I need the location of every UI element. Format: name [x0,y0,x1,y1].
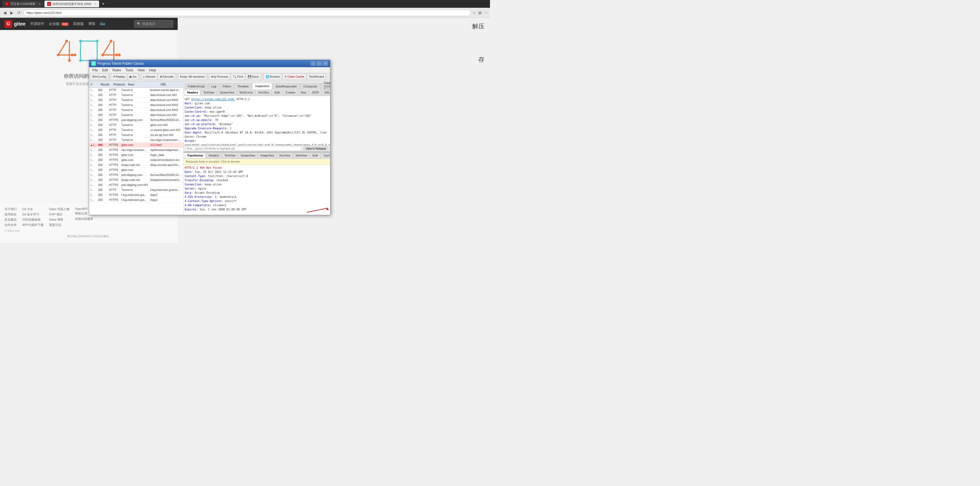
tab-orchestra[interactable]: Fiddler Orchestra Beta [321,83,330,89]
close-button[interactable]: ✕ [323,61,328,66]
session-row[interactable]: 1... 200 HTTP Tunnel to data.hicloud.com… [89,98,183,103]
tab-autoresponder[interactable]: AutoResponder [273,83,300,89]
footer-about[interactable]: 关于我们 [5,207,17,211]
menu-help[interactable]: Help [147,68,159,73]
tab-filters[interactable]: Filters [220,83,234,89]
resp-subtab-transformer[interactable]: Transformer [185,153,206,159]
req-subtab-xml[interactable]: XML [322,90,330,95]
decode-button[interactable]: ⊞ Decode [158,73,175,80]
footer-clone[interactable]: 代码克隆检测 [22,218,44,222]
url-input[interactable]: https://gitee.com/123.html [23,10,471,16]
gitee-logo[interactable]: G gitee [5,20,25,28]
footer-terms[interactable]: 使用条款 [5,212,17,216]
session-row[interactable]: 1... 200 HTTPS pub.idqqimg.com:443 [89,183,183,187]
browser-tab-gitee[interactable]: G 你所访问的页面不存在 (404) ✕ [45,0,99,7]
req-subtab-textview[interactable]: TextView [201,90,217,95]
new-tab-button[interactable]: + [102,1,105,7]
resp-subtab-auth[interactable]: Auth [310,153,321,159]
find-input[interactable] [185,146,302,151]
session-row[interactable]: 1... 200 HTTP Tunnel to f-log-extension.… [89,187,183,193]
minimize-button[interactable]: — [311,61,316,66]
nav-blog[interactable]: 博客 [88,21,95,26]
resp-subtab-headers[interactable]: Headers [206,153,221,159]
session-row[interactable]: 1... 200 HTTPS gitee.com /login_state [89,152,183,158]
csdn-tab-close[interactable]: ✕ [38,3,41,6]
menu-view[interactable]: View [135,68,147,73]
menu-edit[interactable]: Edit [100,68,110,73]
session-row[interactable]: 1... 502 HTTP Tunnel to browser.events.d… [89,88,183,93]
session-row[interactable]: 1... 200 HTTPS nav-edge.smartscr... /api… [89,148,183,152]
view-in-notepad-button[interactable]: View in Notepad [303,146,328,151]
footer-git[interactable]: Git 大全 [22,207,44,211]
winconfig-button[interactable]: WinConfig [90,73,108,80]
footer-gvp[interactable]: GVP 项目 [49,212,69,216]
session-row[interactable]: 1... 200 HTTP Tunnel to data.hicloud.com… [89,108,183,113]
session-row[interactable]: 1... 200 HTTP Tunnel to data.hicloud.com… [89,93,183,98]
req-subtab-syntaxview[interactable]: SyntaxView [217,90,237,95]
resp-subtab-syntaxview[interactable]: SyntaxView [238,153,258,159]
req-subtab-auth[interactable]: Auth [272,90,283,95]
browser-tab-csdn[interactable]: C 写文章-CSDN博客 ✕ [2,0,43,7]
tab-timeline[interactable]: Timeline [234,83,252,89]
request-url[interactable]: https://gitee.com/123.html [191,98,235,101]
nav-go[interactable]: Go [100,22,105,26]
nav-university[interactable]: 高校版 [73,21,84,26]
nav-opensource[interactable]: 开源软件 [30,21,45,26]
forward-button[interactable]: ▶ [9,10,14,16]
req-subtab-headers[interactable]: Headers [185,90,200,95]
footer-gitee-blog[interactable]: Gitee 博客 [49,218,69,222]
session-row-404[interactable]: ▲1... 404 HTTPS gitee.com /123.html [89,143,183,148]
resp-subtab-imageview[interactable]: ImageView [258,153,277,159]
footer-self-service[interactable]: 在线自助服务 [75,217,93,221]
resp-subtab-caching[interactable]: Caching [321,153,330,159]
menu-rules[interactable]: Rules [110,68,123,73]
go-button[interactable]: ▶ Go [128,73,138,80]
req-subtab-raw[interactable]: Raw [298,90,309,95]
tab-fiddlerscript[interactable]: FiddlerScript [185,83,208,89]
footer-gitee-people[interactable]: Gitee 对面人物 [49,207,69,211]
back-button[interactable]: ◀ [2,10,8,16]
footer-git-learn[interactable]: Git 命令学习 [22,212,44,216]
resp-subtab-textview[interactable]: TextView [222,153,238,159]
session-row[interactable]: 1... 200 HTTP Tunnel to cn-assets.gitee.… [89,128,183,133]
more-icon[interactable]: ⋯ [484,11,488,15]
req-subtab-hexview[interactable]: HexView [256,90,272,95]
footer-app[interactable]: APP与插件下载 [22,223,44,227]
replay-button[interactable]: ↺ Replay [111,73,127,80]
session-row[interactable]: 1... 200 HTTP Tunnel to res.wx.qq.com:44… [89,133,183,138]
session-row[interactable]: 1... 200 HTTPS gitee.com /static/errors/… [89,158,183,163]
response-encoded-notice[interactable]: Response body is encoded. Click to decod… [183,159,330,165]
resp-subtab-hexview[interactable]: HexView [277,153,293,159]
tab-composer[interactable]: Composer [300,83,320,89]
resp-subtab-webview[interactable]: WebView [293,153,310,159]
menu-file[interactable]: File [90,68,100,73]
session-row[interactable]: 1... 200 HTTPS f-log-extension.gra... /l… [89,198,183,203]
clear-cache-button[interactable]: ✕ Clear Cache [282,73,306,80]
find-button[interactable]: 🔍 Find [231,73,245,80]
any-process-button[interactable]: Any Process [209,73,230,80]
browse-button[interactable]: 🌐 Browse [264,73,282,80]
save-button[interactable]: 💾 Save [246,73,261,80]
reload-button[interactable]: ↺ [16,10,22,16]
session-row[interactable]: 1... 200 HTTPS bizapi.csdn.net /blog/pho… [89,178,183,183]
req-subtab-cookies[interactable]: Cookies [283,90,298,95]
session-row[interactable]: 1... 200 HTTP Tunnel to data.hicloud.com… [89,113,183,118]
session-row[interactable]: 1... 200 HTTPS pub.idqqimg.com /bc/msc/f… [89,173,183,178]
star-icon[interactable]: ☆ [473,11,476,15]
tab-inspectors[interactable]: Inspectors [252,83,272,89]
session-row[interactable]: 1... 200 HTTPS f-log-extension.gra... /l… [89,193,183,198]
session-row[interactable]: 1... 200 HTTP Tunnel to nav-edge.smartsc… [89,138,183,143]
session-row[interactable]: 1... 200 HTTPS gitee.com [89,168,183,173]
req-subtab-webforms[interactable]: WebForms [237,90,255,95]
session-row[interactable]: 1... 200 HTTP Tunnel to gitee.com:443 [89,123,183,128]
gitee-search[interactable]: 🔍 搜索项目 [134,20,173,27]
session-row[interactable]: 1... 200 HTTP Tunnel to data.hicloud.com… [89,103,183,108]
footer-partner[interactable]: 合作伙伴 [5,223,17,227]
maximize-button[interactable]: □ [317,61,322,66]
footer-feedback[interactable]: 意见建议 [5,218,17,222]
gitee-tab-close[interactable]: ✕ [94,3,96,6]
footer-changelog[interactable]: 更新日志 [49,223,69,227]
session-row[interactable]: 1... 200 HTTPS pub.idqqimg.com /bc/msc/f… [89,118,183,123]
nav-enterprise[interactable]: 企业版 特惠 [49,21,68,26]
tab-log[interactable]: Log [208,83,219,89]
